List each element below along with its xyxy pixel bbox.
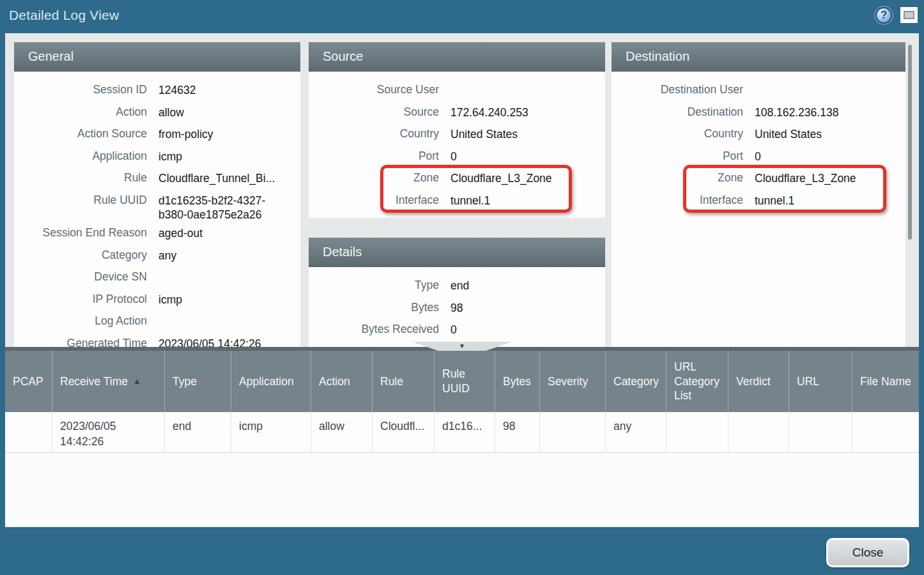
dialog-title: Detailed Log View: [0, 8, 119, 23]
column-header-label-file-name: File Name: [860, 374, 911, 389]
details-panel-title: Details: [323, 245, 362, 259]
source-field-label-source: Source: [309, 105, 439, 119]
general-field-row-session-id: Session ID124632: [14, 79, 300, 102]
column-header-receive-time[interactable]: Receive Time▲: [52, 351, 165, 412]
column-header-label-rule-uuid: Rule UUID: [442, 367, 491, 396]
destination-field-label-interface: Interface: [612, 194, 743, 208]
table-cell-severity: [540, 412, 606, 452]
table-cell-category: any: [606, 412, 666, 452]
source-field-value-interface: tunnel.1: [439, 194, 490, 208]
vertical-scrollbar-thumb[interactable]: [908, 45, 912, 240]
general-field-row-generated-time: Generated Time2023/06/05 14:42:26: [14, 333, 300, 348]
column-header-application[interactable]: Application: [231, 351, 311, 412]
destination-panel-title: Destination: [626, 49, 689, 64]
destination-field-value-destination: 108.162.236.138: [743, 105, 838, 120]
general-field-value-session-id: 124632: [147, 83, 196, 98]
log-table-body: 2023/06/05 14:42:26endicmpallowCloudfl..…: [5, 412, 919, 453]
destination-field-row-interface: Interfacetunnel.1: [612, 190, 905, 212]
column-header-verdict[interactable]: Verdict: [728, 351, 789, 412]
table-cell-action: allow: [311, 412, 373, 452]
source-field-value-port: 0: [439, 150, 457, 164]
general-panel: General Session ID124632ActionallowActio…: [14, 42, 300, 347]
general-field-row-log-action: Log Action: [14, 310, 300, 333]
details-field-label-type: Type: [309, 279, 439, 293]
maximize-window-icon-inner: [904, 11, 914, 19]
general-field-value-rule-uuid: d1c16235-b2f2-4327-b380-0ae1875e2a26: [147, 194, 286, 223]
source-field-row-source: Source172.64.240.253: [309, 102, 605, 124]
column-header-label-category: Category: [613, 374, 659, 389]
log-detail-scroll-area: General Session ID124632ActionallowActio…: [5, 33, 919, 347]
general-field-label-generated-time: Generated Time: [14, 337, 147, 348]
column-header-label-url: URL: [797, 374, 819, 389]
destination-field-label-destination-user: Destination User: [612, 83, 743, 97]
destination-field-label-destination: Destination: [612, 105, 743, 119]
general-field-row-action: Actionallow: [14, 102, 300, 124]
details-panel-box: Details TypeendBytes98Bytes Received0: [309, 238, 605, 347]
source-panel-title: Source: [323, 49, 363, 64]
table-row[interactable]: 2023/06/05 14:42:26endicmpallowCloudfl..…: [5, 412, 919, 453]
general-field-label-category: Category: [14, 249, 147, 263]
column-header-url[interactable]: URL: [789, 351, 852, 412]
column-header-label-rule: Rule: [380, 374, 403, 389]
general-field-value-action: allow: [147, 105, 184, 120]
general-field-label-log-action: Log Action: [14, 314, 147, 328]
column-header-file-name[interactable]: File Name: [852, 351, 919, 412]
destination-panel-header: Destination: [612, 42, 905, 72]
column-header-category[interactable]: Category: [606, 351, 666, 412]
destination-panel-body: Destination UserDestination108.162.236.1…: [612, 72, 905, 347]
source-highlight-group: ZoneCloudflare_L3_ZoneInterfacetunnel.1: [309, 167, 605, 211]
column-header-rule[interactable]: Rule: [373, 351, 435, 412]
source-field-value-zone: Cloudflare_L3_Zone: [439, 171, 552, 186]
column-header-label-severity: Severity: [548, 374, 588, 389]
details-field-value-type: end: [439, 279, 469, 293]
table-cell-verdict: [728, 412, 789, 452]
general-field-value-rule: Cloudflare_Tunnel_Bi...: [147, 171, 275, 186]
details-field-row-type: Typeend: [309, 275, 605, 297]
destination-field-value-interface: tunnel.1: [743, 194, 794, 208]
source-field-label-zone: Zone: [309, 171, 439, 185]
destination-field-row-port: Port0: [612, 146, 905, 168]
table-cell-type: end: [165, 412, 231, 452]
destination-field-row-zone: ZoneCloudflare_L3_Zone: [612, 167, 905, 190]
general-field-value-application: icmp: [147, 150, 182, 164]
chevron-down-icon: ▼: [459, 343, 465, 349]
details-field-value-bytes: 98: [439, 301, 463, 316]
details-panel-header: Details: [309, 238, 605, 267]
source-field-row-port: Port0: [309, 146, 605, 168]
column-header-label-action: Action: [319, 374, 350, 389]
maximize-window-icon[interactable]: [900, 7, 918, 23]
general-field-row-device-sn: Device SN: [14, 266, 300, 289]
general-field-label-session-end-reason: Session End Reason: [14, 226, 147, 240]
general-field-row-rule: RuleCloudflare_Tunnel_Bi...: [14, 167, 300, 190]
general-field-value-generated-time: 2023/06/05 14:42:26: [147, 337, 261, 348]
destination-highlight-group: ZoneCloudflare_L3_ZoneInterfacetunnel.1: [612, 167, 905, 211]
table-cell-file-name: [852, 412, 919, 452]
column-header-url-category-list[interactable]: URL Category List: [666, 351, 728, 412]
general-field-label-action-source: Action Source: [14, 127, 147, 141]
source-field-row-source-user: Source User: [309, 79, 605, 102]
column-header-action[interactable]: Action: [311, 351, 373, 412]
destination-panel-box: Destination Destination UserDestination1…: [612, 42, 905, 347]
title-bar: Detailed Log View ?: [0, 0, 924, 30]
details-field-row-bytes: Bytes98: [309, 297, 605, 319]
column-header-bytes[interactable]: Bytes: [495, 351, 540, 412]
source-panel-header: Source: [309, 42, 605, 72]
help-icon[interactable]: ?: [875, 7, 892, 24]
source-field-label-country: Country: [309, 127, 439, 141]
source-field-row-country: CountryUnited States: [309, 123, 605, 146]
column-header-label-verdict: Verdict: [736, 374, 771, 389]
destination-field-value-zone: Cloudflare_L3_Zone: [743, 171, 856, 186]
destination-field-row-destination-user: Destination User: [612, 79, 905, 102]
table-cell-application: icmp: [231, 412, 311, 452]
column-header-pcap[interactable]: PCAP: [5, 351, 52, 412]
details-panel-body: TypeendBytes98Bytes Received0: [309, 267, 605, 347]
column-header-rule-uuid[interactable]: Rule UUID: [435, 351, 495, 412]
log-table-section: PCAPReceive Time▲TypeApplicationActionRu…: [5, 351, 919, 527]
close-button[interactable]: Close: [826, 538, 909, 567]
general-field-row-application: Applicationicmp: [14, 146, 300, 168]
column-header-type[interactable]: Type: [165, 351, 231, 412]
details-field-value-bytes-received: 0: [439, 323, 457, 337]
source-panel-box: Source Source UserSource172.64.240.253Co…: [309, 42, 605, 218]
table-cell-rule-uuid: d1c16...: [435, 412, 495, 452]
column-header-severity[interactable]: Severity: [540, 351, 606, 412]
